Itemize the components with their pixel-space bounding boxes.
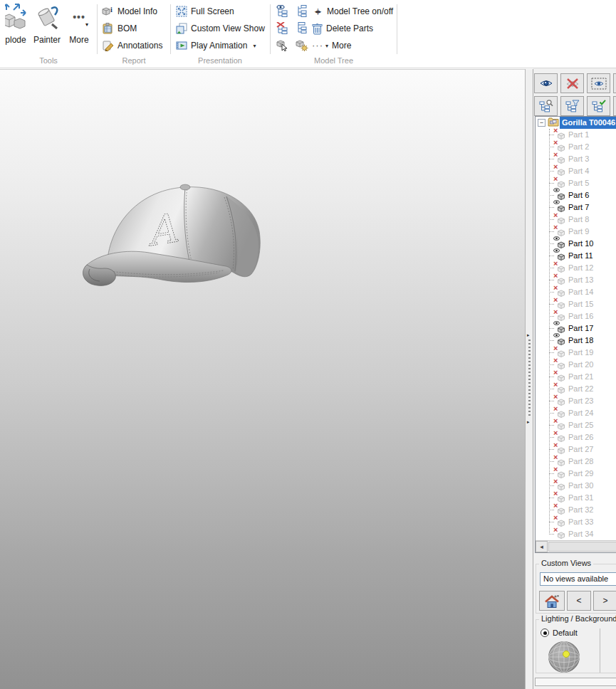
find-in-tree-button[interactable]	[534, 96, 558, 116]
tree-part-row[interactable]: ×Part 13	[536, 274, 616, 286]
play-animation-dropdown-icon: ▾	[253, 43, 256, 49]
more-dots-icon: ···	[312, 42, 323, 49]
tree-part-row[interactable]: ×Part 16	[536, 310, 616, 322]
lighting-sphere-icon[interactable]	[548, 641, 580, 673]
clipped-button[interactable]	[613, 96, 616, 116]
tree-part-row[interactable]: Part 11	[536, 250, 616, 262]
part-lighting-button[interactable]	[295, 37, 309, 53]
apply-tree-button[interactable]	[587, 96, 610, 116]
home-view-button[interactable]	[539, 591, 565, 611]
tree-part-row[interactable]: ×Part 21	[536, 371, 616, 383]
tree-part-row[interactable]: Part 17	[536, 322, 616, 335]
custom-views-dropdown[interactable]: No views available	[540, 572, 616, 586]
tree-part-row[interactable]: ×Part 27	[536, 443, 616, 456]
tree-part-row[interactable]: ×Part 3	[536, 153, 616, 165]
tree-branch-line	[549, 401, 554, 401]
tree-part-row[interactable]: ×Part 26	[536, 431, 616, 443]
model-info-button[interactable]: i Model Info	[102, 4, 157, 19]
part-cube-icon: ×	[554, 528, 566, 540]
tree-part-row[interactable]: ×Part 8	[536, 214, 616, 226]
delete-parts-button[interactable]: Delete Parts	[312, 21, 373, 36]
model-tree-onoff-button[interactable]: ◂|▸ Model Tree on/off	[312, 4, 393, 19]
tree-collapse-all-button[interactable]	[295, 20, 309, 36]
tree-part-row[interactable]: ×Part 23	[536, 395, 616, 407]
hide-part-button[interactable]	[560, 73, 584, 93]
bom-button[interactable]: BOM	[102, 21, 137, 36]
tree-horizontal-scrollbar[interactable]: ◂	[536, 540, 616, 552]
tree-part-row[interactable]: ×Part 5	[536, 177, 616, 189]
tree-branch-line	[549, 437, 554, 438]
custom-view-show-label: Custom View Show	[191, 23, 265, 33]
root-node-label[interactable]: Gorilla T00046	[560, 117, 616, 129]
tree-part-row[interactable]: ×Part 4	[536, 165, 616, 177]
tree-part-row[interactable]: ×Part 14	[536, 286, 616, 298]
tree-part-row[interactable]: ×Part 34	[536, 528, 616, 540]
play-animation-button[interactable]: Play Animation ▾	[176, 38, 256, 53]
scrollbar-track[interactable]	[548, 542, 616, 552]
splitter-handle[interactable]	[528, 340, 531, 416]
tools-more-button[interactable]: ••• ▾ More	[64, 1, 94, 54]
tree-show-button[interactable]	[275, 3, 289, 19]
tree-part-row[interactable]: ×Part 1	[536, 129, 616, 141]
splitter-arrow-icon: ▸	[527, 332, 530, 337]
part-label: Part 9	[568, 227, 589, 236]
tree-branch-line	[549, 510, 554, 510]
tree-part-row[interactable]: ×Part 28	[536, 456, 616, 468]
tree-part-row[interactable]: ×Part 20	[536, 359, 616, 371]
tree-root-row[interactable]: − Gorilla T00046	[536, 117, 616, 129]
tree-part-row[interactable]: ×Part 9	[536, 226, 616, 238]
tree-hide-button[interactable]	[275, 20, 289, 36]
tree-part-row[interactable]: ×Part 24	[536, 407, 616, 419]
model-tree-more-button[interactable]: ··· ▾ More	[312, 38, 351, 53]
tree-part-row[interactable]: ×Part 22	[536, 383, 616, 395]
tree-search-icon	[539, 100, 553, 112]
tree-branch-line	[549, 159, 554, 159]
ribbon-group-presentation: Full Screen Custom View Show Play Animat…	[171, 0, 269, 68]
show-part-button[interactable]	[534, 73, 558, 93]
tree-part-row[interactable]: ×Part 12	[536, 262, 616, 274]
radio-button-icon[interactable]	[541, 628, 549, 637]
tree-expand-all-button[interactable]	[295, 3, 309, 19]
tree-part-row[interactable]: Part 6	[536, 189, 616, 201]
tree-collapse-icon	[297, 22, 307, 34]
panel-splitter[interactable]: ▸ ▸	[525, 69, 533, 689]
default-lighting-radio[interactable]: Default	[541, 628, 578, 637]
custom-view-show-button[interactable]: Custom View Show	[176, 21, 265, 36]
tree-part-row[interactable]: Part 18	[536, 335, 616, 347]
tree-part-row[interactable]: ×Part 29	[536, 468, 616, 480]
tree-branch-line	[549, 135, 554, 135]
next-view-label: >	[602, 596, 607, 606]
show-only-selected-button[interactable]	[587, 73, 610, 93]
select-part-button[interactable]	[275, 37, 289, 53]
explode-button[interactable]: plode	[0, 1, 33, 54]
clipped-button[interactable]	[613, 73, 616, 93]
tree-part-row[interactable]: ×Part 15	[536, 298, 616, 310]
tree-part-row[interactable]: ×Part 33	[536, 516, 616, 528]
part-label: Part 19	[568, 348, 593, 357]
tree-branch-line	[549, 364, 554, 365]
scroll-left-button[interactable]: ◂	[536, 541, 548, 552]
previous-view-button[interactable]: <	[567, 591, 591, 611]
tree-part-row[interactable]: ×Part 25	[536, 419, 616, 431]
next-view-button[interactable]: >	[593, 591, 616, 611]
tree-part-row[interactable]: ×Part 19	[536, 347, 616, 359]
part-label: Part 1	[568, 130, 589, 139]
viewport-3d[interactable]: A	[0, 69, 525, 689]
tree-part-row[interactable]: ×Part 31	[536, 492, 616, 504]
tree-part-row[interactable]: ×Part 30	[536, 480, 616, 492]
full-screen-icon	[176, 6, 187, 17]
collapse-node-icon[interactable]: −	[538, 119, 545, 127]
filter-tree-button[interactable]	[560, 96, 584, 116]
annotations-button[interactable]: Annotations	[102, 38, 162, 53]
cap-model[interactable]: A	[78, 178, 269, 300]
tree-branch-line	[549, 522, 554, 522]
tree-part-row[interactable]: Part 7	[536, 201, 616, 214]
panel-bottom-scrollbar[interactable]	[535, 678, 616, 686]
part-label: Part 13	[568, 275, 593, 284]
tree-part-row[interactable]: Part 10	[536, 238, 616, 250]
part-label: Part 2	[568, 142, 589, 151]
tree-part-row[interactable]: ×Part 32	[536, 504, 616, 516]
tree-part-row[interactable]: ×Part 2	[536, 141, 616, 153]
painter-button[interactable]: Painter	[31, 1, 63, 54]
full-screen-button[interactable]: Full Screen	[176, 4, 234, 19]
